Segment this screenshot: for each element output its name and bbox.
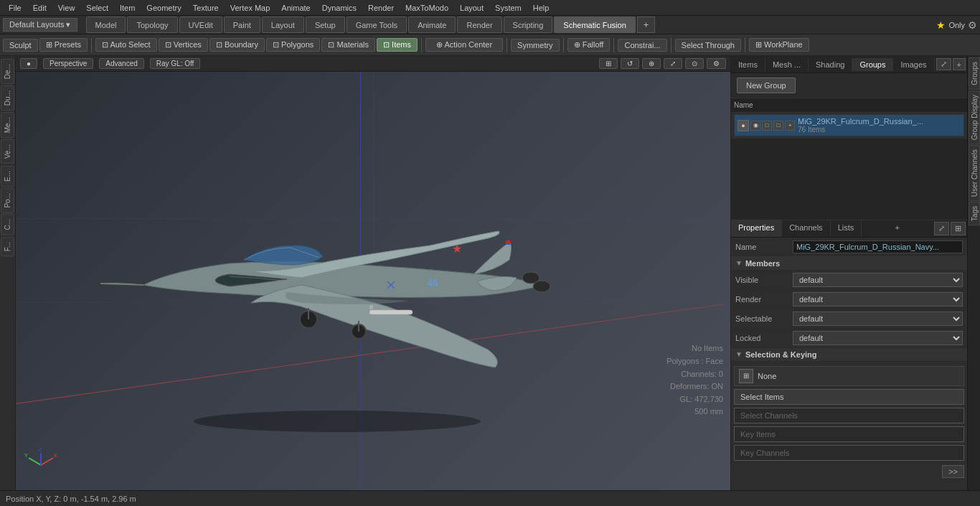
- tab-layout[interactable]: Layout: [262, 17, 304, 33]
- viewport-ctrl-6[interactable]: ⚙: [707, 58, 726, 69]
- sidebar-tab-e[interactable]: E...: [1, 166, 14, 187]
- tab-add-button[interactable]: +: [637, 17, 656, 33]
- sidebar-tab-ve[interactable]: Ve...: [1, 139, 14, 164]
- sidebar-tab-de[interactable]: De...: [1, 59, 14, 84]
- boundary-button[interactable]: ⊡ Boundary: [209, 38, 265, 52]
- select-items-button[interactable]: Select Items: [734, 389, 964, 405]
- presets-button[interactable]: ⊞ Presets: [39, 38, 88, 52]
- viewport-ctrl-2[interactable]: ↺: [621, 58, 639, 69]
- menu-file[interactable]: File: [3, 2, 27, 14]
- visible-dropdown[interactable]: default: [793, 273, 963, 287]
- viewport-ctrl-3[interactable]: ⊕: [642, 58, 661, 69]
- viewport-canvas[interactable]: 46 ★ ★ N: [16, 72, 730, 490]
- menu-item[interactable]: Item: [114, 2, 141, 14]
- menu-layout[interactable]: Layout: [454, 2, 489, 14]
- select-channels-button[interactable]: Select Channels: [734, 408, 964, 423]
- menu-maxtomodo[interactable]: MaxToModo: [400, 2, 454, 14]
- menu-select[interactable]: Select: [80, 2, 114, 14]
- viewport-raygl-btn[interactable]: Ray GL: Off: [150, 58, 201, 69]
- vertices-button[interactable]: ⊡ Vertices: [159, 38, 208, 52]
- panel-tab-groups[interactable]: Groups: [852, 58, 893, 71]
- menu-vertex-map[interactable]: Vertex Map: [225, 2, 276, 14]
- workplane-button[interactable]: ⊞ WorkPlane: [749, 38, 809, 52]
- sculpt-button[interactable]: Sculpt: [3, 39, 38, 52]
- sidebar-tab-du[interactable]: Du...: [1, 85, 14, 111]
- menu-dynamics[interactable]: Dynamics: [316, 2, 362, 14]
- sidebar-tab-c[interactable]: C...: [1, 214, 14, 235]
- menu-render[interactable]: Render: [362, 2, 400, 14]
- viewport-ctrl-5[interactable]: ⊙: [685, 58, 704, 69]
- name-input[interactable]: [793, 240, 963, 253]
- panel-tab-items[interactable]: Items: [731, 58, 765, 71]
- group-icon-lock[interactable]: □: [762, 121, 772, 131]
- menu-texture[interactable]: Texture: [187, 2, 225, 14]
- menu-edit[interactable]: Edit: [27, 2, 52, 14]
- tab-render[interactable]: Render: [457, 17, 501, 33]
- layout-dropdown[interactable]: Default Layouts ▾: [3, 18, 77, 32]
- tab-topology[interactable]: Topology: [127, 17, 177, 33]
- star-icon[interactable]: ★: [936, 19, 946, 31]
- members-section-header[interactable]: ▼ Members: [731, 257, 967, 271]
- new-group-button[interactable]: New Group: [737, 78, 796, 93]
- viewport-advanced-btn[interactable]: Advanced: [99, 58, 143, 69]
- tab-model[interactable]: Model: [86, 17, 126, 33]
- tab-game-tools[interactable]: Game Tools: [347, 17, 407, 33]
- expand-all-button[interactable]: >>: [942, 465, 964, 478]
- props-tab-lists[interactable]: Lists: [831, 220, 862, 237]
- auto-select-button[interactable]: ⊡ Auto Select: [95, 38, 157, 52]
- panel-tab-mesh[interactable]: Mesh ...: [765, 58, 809, 71]
- tab-setup[interactable]: Setup: [306, 17, 345, 33]
- tab-scripting[interactable]: Scripting: [504, 17, 553, 33]
- group-visibility-toggle[interactable]: ●: [738, 120, 749, 131]
- tab-animate[interactable]: Animate: [408, 17, 456, 33]
- sel-keying-header[interactable]: ▼ Selection & Keying: [731, 348, 967, 362]
- symmetry-button[interactable]: Symmetry: [511, 39, 560, 52]
- locked-dropdown[interactable]: default: [793, 331, 963, 345]
- group-item-mig[interactable]: ● ◉ □ □ + MiG_29KR_Fulcrum_D_Russian_...…: [735, 115, 963, 136]
- sel-none-row[interactable]: ⊞ None: [734, 366, 964, 386]
- tab-paint[interactable]: Paint: [224, 17, 260, 33]
- selectable-dropdown[interactable]: default: [793, 311, 963, 326]
- sidebar-tab-f[interactable]: F...: [1, 237, 14, 256]
- panel-tab-images[interactable]: Images: [893, 58, 934, 71]
- menu-view[interactable]: View: [52, 2, 81, 14]
- props-tab-add[interactable]: +: [889, 220, 905, 237]
- rsb-tab-group-display[interactable]: Group Display: [969, 90, 980, 144]
- menu-system[interactable]: System: [489, 2, 527, 14]
- group-icon-extra[interactable]: □: [773, 121, 783, 131]
- rsb-tab-groups[interactable]: Groups: [969, 57, 980, 90]
- props-tab-properties[interactable]: Properties: [731, 220, 782, 237]
- panel-add-btn[interactable]: +: [953, 58, 966, 70]
- menu-animate[interactable]: Animate: [275, 2, 316, 14]
- group-icon-render[interactable]: ◉: [750, 121, 760, 131]
- key-channels-button[interactable]: Key Channels: [734, 445, 964, 461]
- viewport-perspective-btn[interactable]: Perspective: [43, 58, 93, 69]
- constrain-button[interactable]: Constrai...: [618, 39, 666, 52]
- rsb-tab-user-channels[interactable]: User Channels: [969, 145, 980, 201]
- rsb-tab-tags[interactable]: Tags: [969, 202, 980, 225]
- tab-schematic-fusion[interactable]: Schematic Fusion: [554, 17, 635, 33]
- sidebar-tab-po[interactable]: Po...: [1, 188, 14, 213]
- menu-help[interactable]: Help: [527, 2, 555, 14]
- props-expand-btn[interactable]: ⤢: [934, 222, 949, 235]
- action-center-button[interactable]: ⊕ Action Center: [425, 38, 503, 52]
- key-items-button[interactable]: Key Items: [734, 426, 964, 442]
- select-through-button[interactable]: Select Through: [675, 39, 741, 52]
- falloff-button[interactable]: ⊕ Falloff: [567, 38, 611, 52]
- viewport-ctrl-4[interactable]: ⤢: [664, 58, 682, 69]
- panel-tab-shading[interactable]: Shading: [809, 58, 852, 71]
- viewport-ctrl-1[interactable]: ⊞: [599, 58, 618, 69]
- items-button[interactable]: ⊡ Items: [377, 38, 418, 52]
- menu-geometry[interactable]: Geometry: [141, 2, 187, 14]
- polygons-button[interactable]: ⊡ Polygons: [266, 38, 320, 52]
- tab-uvedit[interactable]: UVEdit: [179, 17, 222, 33]
- viewport-circle-btn[interactable]: ●: [20, 58, 37, 69]
- gear-icon[interactable]: ⚙: [968, 19, 977, 31]
- viewport[interactable]: ● Perspective Advanced Ray GL: Off ⊞ ↺ ⊕…: [16, 56, 730, 490]
- materials-button[interactable]: ⊡ Materials: [321, 38, 375, 52]
- panel-expand-btn[interactable]: ⤢: [936, 58, 951, 70]
- props-tab-channels[interactable]: Channels: [782, 220, 830, 237]
- render-dropdown[interactable]: default: [793, 292, 963, 306]
- props-small-btn[interactable]: ⊞: [951, 222, 966, 235]
- group-icon-plus[interactable]: +: [785, 121, 795, 131]
